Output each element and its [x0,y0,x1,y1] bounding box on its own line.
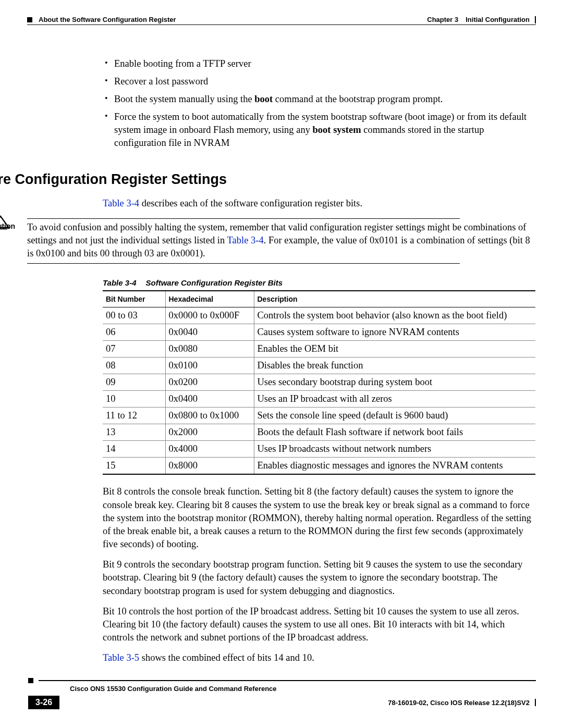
table-row: 070x0080Enables the OEM bit [103,341,535,357]
paragraph: Table 3-5 shows the combined effect of b… [103,651,536,664]
table-row: 00 to 030x0000 to 0x000FControls the sys… [103,307,535,324]
col-header: Hexadecimal [165,291,254,307]
table-cell: 0x4000 [165,441,254,458]
header-rule [27,24,536,25]
table-cell: Enables the OEM bit [254,341,535,357]
table-cell: 0x0800 to 0x1000 [165,408,254,424]
table-cell: Sets the console line speed (default is … [254,408,535,424]
footer-meta-text: 78-16019-02, Cisco IOS Release 12.2(18)S… [388,699,530,707]
list-item: Force the system to boot automatically f… [103,110,536,150]
table-ref-link[interactable]: Table 3-5 [103,652,139,663]
table-cell: Controls the system boot behavior (also … [254,307,535,324]
page-number: 3-26 [28,696,59,709]
table-row: 140x4000Uses IP broadcasts without netwo… [103,441,535,458]
bullet-text: Enable booting from a TFTP server [114,58,251,69]
table-row: 080x0100Disables the break function [103,357,535,374]
caution-text: To avoid confusion and possibly halting … [27,221,536,260]
table-row: 060x0040Causes system software to ignore… [103,324,535,341]
table-row: 150x8000Enables diagnostic messages and … [103,458,535,475]
body-text: shows the combined effect of bits 14 and… [139,652,314,663]
bullet-text: command at the bootstrap program prompt. [273,94,443,104]
list-item: Boot the system manually using the boot … [103,93,536,106]
caution-icon [0,215,10,230]
table-cell: Uses IP broadcasts without network numbe… [254,441,535,458]
table-cell: 11 to 12 [103,408,165,424]
table-cell: 15 [103,458,165,475]
table-cell: 10 [103,391,165,408]
bullet-text: Boot the system manually using the [114,94,254,104]
square-marker-icon [27,17,32,22]
header-chapter: Chapter 3 [427,16,458,23]
table-ref-link[interactable]: Table 3-4 [103,198,139,208]
table-cell: Uses secondary bootstrap during system b… [254,374,535,391]
table-cell: 0x0400 [165,391,254,408]
col-header: Description [254,291,535,307]
table-row: 100x0400Uses an IP broadcast with all ze… [103,391,535,408]
caution-bottom-rule [27,263,460,264]
caution-block: Caution To avoid confusion and possibly … [0,218,536,264]
paragraph: Bit 9 controls the secondary bootstrap p… [103,558,536,597]
paragraph: Bit 8 controls the console break functio… [103,485,536,551]
table-cell: 14 [103,441,165,458]
table-cell: 13 [103,424,165,441]
header-left: About the Software Configuration Registe… [27,16,176,23]
table-cell: 0x8000 [165,458,254,475]
vertical-rule-icon [535,699,536,706]
table-cell: 06 [103,324,165,341]
footer: Cisco ONS 15530 Configuration Guide and … [28,678,536,709]
table-ref-link[interactable]: Table 3-4 [227,235,264,245]
section-heading: Software Configuration Register Settings [0,171,536,188]
bold-command: boot [254,94,273,104]
content-area: Table 3-4 describes each of the software… [103,197,536,210]
footer-rule-row [28,678,536,683]
table-cell: Enables diagnostic messages and ignores … [254,458,535,475]
table-cell: 0x0040 [165,324,254,341]
table-cell: 07 [103,341,165,357]
content-area: Table 3-4Software Configuration Register… [103,278,536,664]
footer-title: Cisco ONS 15530 Configuration Guide and … [70,685,536,693]
paragraph: Bit 10 controls the host portion of the … [103,605,536,644]
table-cell: 0x0080 [165,341,254,357]
table-cell: 08 [103,357,165,374]
col-header: Bit Number [103,291,165,307]
caution-top-rule [27,218,460,219]
table-title: Software Configuration Register Bits [145,278,283,287]
table-row: 130x2000Boots the default Flash software… [103,424,535,441]
footer-rule [39,680,536,681]
table-header-row: Bit Number Hexadecimal Description [103,291,535,307]
table-cell: 00 to 03 [103,307,165,324]
bullet-list: Enable booting from a TFTP server Recove… [103,57,536,150]
list-item: Recover a lost password [103,75,536,88]
table-cell: Boots the default Flash software if netw… [254,424,535,441]
table-cell: 0x0200 [165,374,254,391]
bullet-text: Recover a lost password [114,76,208,87]
table-cell: 09 [103,374,165,391]
header-right: Chapter 3 Initial Configuration [427,16,536,23]
table-cell: Disables the break function [254,357,535,374]
table-cell: Causes system software to ignore NVRAM c… [254,324,535,341]
content-area: Enable booting from a TFTP server Recove… [103,57,536,150]
body-text: describes each of the software configura… [139,198,362,208]
bold-command: boot system [313,125,361,135]
list-item: Enable booting from a TFTP server [103,57,536,70]
table-row: 090x0200Uses secondary bootstrap during … [103,374,535,391]
footer-bottom-row: 3-26 78-16019-02, Cisco IOS Release 12.2… [28,696,536,709]
intro-paragraph: Table 3-4 describes each of the software… [103,197,536,210]
table-cell: Uses an IP broadcast with all zeros [254,391,535,408]
header-section: About the Software Configuration Registe… [39,16,176,23]
table-body: 00 to 030x0000 to 0x000FControls the sys… [103,307,535,475]
page: About the Software Configuration Registe… [0,0,563,728]
running-header: About the Software Configuration Registe… [27,16,536,23]
vertical-rule-icon [535,16,536,23]
square-marker-icon [28,678,33,683]
table-cell: 0x0100 [165,357,254,374]
register-bits-table: Bit Number Hexadecimal Description 00 to… [103,290,535,475]
table-number: Table 3-4 [103,278,136,287]
table-cell: 0x0000 to 0x000F [165,307,254,324]
svg-marker-0 [0,216,9,228]
table-caption: Table 3-4Software Configuration Register… [103,278,536,287]
footer-meta: 78-16019-02, Cisco IOS Release 12.2(18)S… [388,699,536,707]
table-row: 11 to 120x0800 to 0x1000Sets the console… [103,408,535,424]
header-chapter-title: Initial Configuration [466,16,530,23]
table-cell: 0x2000 [165,424,254,441]
